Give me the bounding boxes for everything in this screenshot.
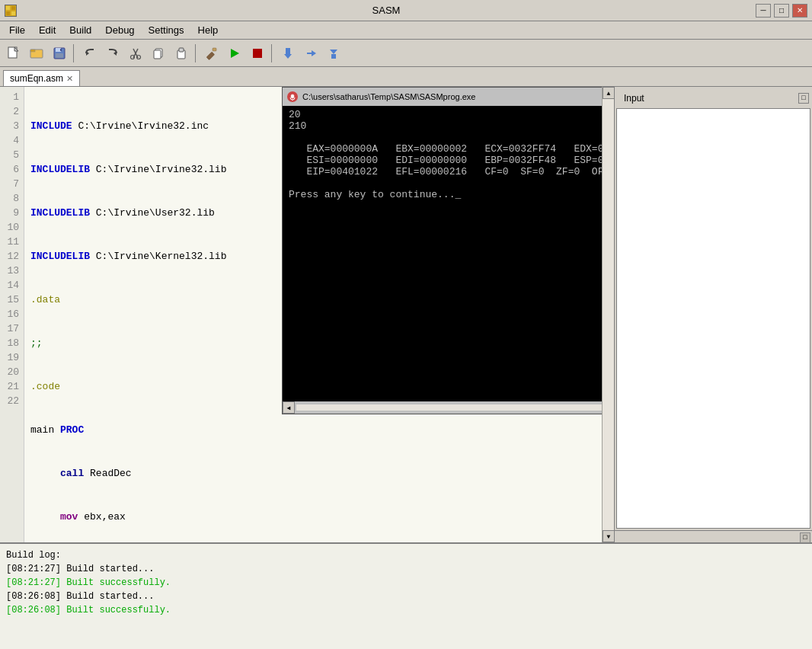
menu-file[interactable]: File <box>3 23 31 37</box>
code-line-9: call ReadDec <box>30 466 596 481</box>
panel-restore-btn[interactable]: □ <box>798 93 809 104</box>
editor-scroll-track <box>603 99 614 530</box>
copy-button[interactable] <box>148 43 169 64</box>
svg-rect-28 <box>331 54 336 59</box>
tab-close-button[interactable]: ✕ <box>66 74 73 84</box>
svg-rect-21 <box>213 48 216 51</box>
build-log: Build log: [08:21:27] Build started... [… <box>0 542 812 649</box>
terminal-output-prompt: Press any key to continue..._ <box>289 189 602 200</box>
line-numbers: 1 2 3 4 5 6 7 8 9 10 11 12 13 14 15 16 1 <box>0 87 24 542</box>
step-into-button[interactable] <box>277 43 299 64</box>
title-bar: SASM ─ □ ✕ <box>0 0 812 21</box>
build-log-line-4: [08:26:08] Built successfully. <box>6 603 806 617</box>
svg-marker-12 <box>86 51 89 56</box>
build-log-line-3: [08:26:08] Build started... <box>6 590 806 603</box>
paste-button[interactable] <box>171 43 192 64</box>
tab-sumeqn[interactable]: sumEqn.asm ✕ <box>3 70 80 86</box>
terminal-app-icon <box>287 91 298 102</box>
svg-marker-25 <box>284 54 292 59</box>
editor-scroll-down[interactable]: ▼ <box>603 530 614 542</box>
svg-marker-22 <box>231 49 239 58</box>
svg-rect-17 <box>154 50 161 59</box>
terminal-output-line-7 <box>289 177 602 189</box>
app-icon <box>5 5 17 17</box>
svg-rect-4 <box>11 11 15 15</box>
stop-button[interactable] <box>247 43 268 64</box>
terminal-output-line-2: 210 <box>289 120 602 132</box>
title-bar-left <box>5 5 17 17</box>
code-editor[interactable]: 1 2 3 4 5 6 7 8 9 10 11 12 13 14 15 16 1 <box>0 87 602 542</box>
code-line-10: mov ebx,eax <box>30 510 596 524</box>
terminal-output-line-5: ESI=00000000 EDI=00000000 EBP=0032FF48 E… <box>289 155 602 166</box>
menu-edit[interactable]: Edit <box>33 23 62 37</box>
menu-bar: File Edit Build Debug Settings Help <box>0 21 812 40</box>
terminal-hscrollbar[interactable]: ◀ ▶ <box>283 401 602 414</box>
svg-rect-30 <box>291 94 294 98</box>
menu-settings[interactable]: Settings <box>142 23 190 37</box>
restore-button[interactable]: □ <box>774 4 789 18</box>
new-button[interactable] <box>3 43 24 64</box>
terminal-body: 20 210 EAX=0000000A EBX=00000002 ECX=003… <box>283 106 602 401</box>
svg-rect-2 <box>11 6 15 10</box>
build-log-title: Build log: <box>6 548 806 562</box>
build-log-line-1: [08:21:27] Build started... <box>6 562 806 576</box>
sep2 <box>195 44 198 62</box>
menu-debug[interactable]: Debug <box>99 23 140 37</box>
window-controls[interactable]: ─ □ ✕ <box>756 4 807 18</box>
main-content: 1 2 3 4 5 6 7 8 9 10 11 12 13 14 15 16 1 <box>0 87 812 542</box>
terminal-output-line-6: EIP=00401022 EFL=00000216 CF=0 SF=0 ZF=0… <box>289 166 602 177</box>
svg-rect-9 <box>56 48 61 52</box>
svg-marker-13 <box>113 51 117 56</box>
terminal-window: C:\users\satharus\Temp\SASM\SASMprog.exe… <box>282 87 602 414</box>
close-button[interactable]: ✕ <box>792 4 807 18</box>
run-button[interactable] <box>224 43 245 64</box>
terminal-title: C:\users\satharus\Temp\SASM\SASMprog.exe <box>302 92 475 101</box>
step-out-button[interactable] <box>323 43 344 64</box>
svg-rect-19 <box>179 48 184 52</box>
window-title: SASM <box>17 5 756 16</box>
terminal-title-bar: C:\users\satharus\Temp\SASM\SASMprog.exe… <box>283 88 602 106</box>
svg-rect-3 <box>6 11 10 15</box>
editor-and-terminal: 1 2 3 4 5 6 7 8 9 10 11 12 13 14 15 16 1 <box>0 87 614 542</box>
editor-vscrollbar[interactable]: ▲ ▼ <box>602 87 614 542</box>
svg-rect-10 <box>56 53 63 58</box>
terminal-scroll-left[interactable]: ◀ <box>283 401 295 414</box>
minimize-button[interactable]: ─ <box>756 4 771 18</box>
editor-scroll-up[interactable]: ▲ <box>603 87 614 99</box>
sep3 <box>271 44 274 62</box>
sep1 <box>73 44 76 62</box>
build-log-line-2: [08:21:27] Built successfully. <box>6 576 806 590</box>
code-line-8: main PROC <box>30 423 596 437</box>
input-panel-label: Input <box>618 90 651 107</box>
build-button[interactable] <box>201 43 222 64</box>
save-button[interactable] <box>49 43 70 64</box>
tab-label: sumEqn.asm <box>10 73 63 84</box>
svg-rect-7 <box>30 50 35 52</box>
cut-button[interactable] <box>125 43 146 64</box>
terminal-output-line-4: EAX=0000000A EBX=00000002 ECX=0032FF74 E… <box>289 143 602 155</box>
tab-bar: sumEqn.asm ✕ <box>0 67 812 87</box>
toolbar <box>0 40 812 67</box>
svg-rect-11 <box>60 49 62 51</box>
terminal-scroll-track-h <box>296 404 602 411</box>
svg-marker-27 <box>330 50 337 54</box>
svg-marker-26 <box>312 50 316 56</box>
terminal-output-line-1: 20 <box>289 109 602 120</box>
svg-rect-31 <box>293 100 293 101</box>
menu-build[interactable]: Build <box>63 23 98 37</box>
menu-help[interactable]: Help <box>192 23 225 37</box>
panel-bottom-restore[interactable]: □ <box>800 532 810 543</box>
svg-rect-20 <box>206 52 215 60</box>
open-button[interactable] <box>26 43 47 64</box>
svg-rect-1 <box>6 6 10 10</box>
terminal-output-line-3 <box>289 132 602 143</box>
right-panel: Input □ □ <box>614 87 812 542</box>
undo-button[interactable] <box>79 43 101 64</box>
redo-button[interactable] <box>102 43 123 64</box>
svg-rect-24 <box>286 48 290 54</box>
terminal-title-left: C:\users\satharus\Temp\SASM\SASMprog.exe <box>287 91 475 102</box>
svg-rect-23 <box>253 49 262 58</box>
step-over-button[interactable] <box>300 43 321 64</box>
input-panel-content[interactable] <box>616 108 810 529</box>
